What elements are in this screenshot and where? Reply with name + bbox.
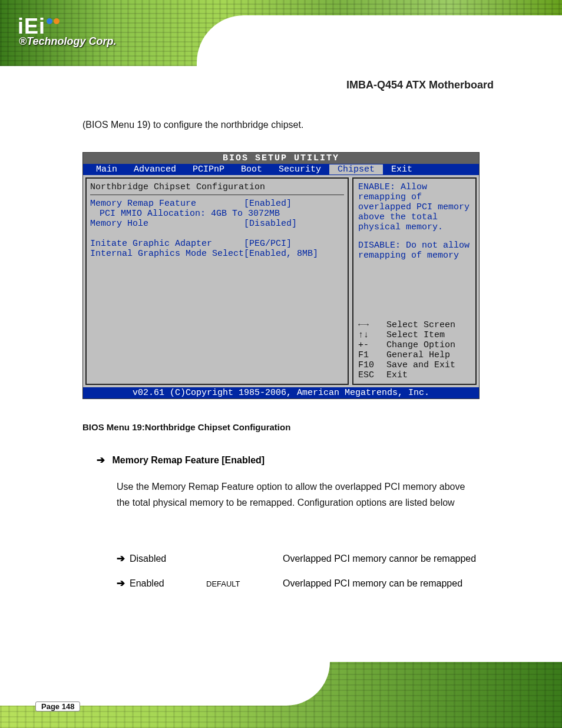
bios-tab-chipset: Chipset (329, 164, 383, 174)
bios-tab-boot: Boot (233, 164, 270, 174)
bios-tab-advanced: Advanced (125, 164, 184, 174)
bios-sub-pci-mmio: PCI MMIO Allocation: 4GB To 3072MB (100, 209, 344, 219)
arrow-right-icon: ➔ (97, 454, 105, 466)
option-item-disabled: ➔ Disabled Overlapped PCI memory cannor … (117, 551, 476, 566)
bios-value: [Enabled] (244, 199, 344, 209)
option-description: Use the Memory Remap Feature option to a… (117, 479, 470, 510)
bios-row-memory-remap: Memory Remap Feature [Enabled] (90, 199, 344, 209)
option-heading: ➔ Memory Remap Feature [Enabled] (97, 454, 265, 466)
dot-icon-blue (47, 18, 52, 24)
bios-value: [Disabled] (244, 219, 344, 229)
intro-text: (BIOS Menu 19) to configure the northbri… (82, 120, 303, 130)
option-values-list: ➔ Disabled Overlapped PCI memory cannor … (117, 551, 476, 600)
bios-footer: v02.61 (C)Copyright 1985-2006, American … (83, 387, 479, 398)
option-item-enabled: ➔ Enabled DEFAULT Overlapped PCI memory … (117, 576, 476, 591)
bios-label: Internal Graphics Mode Select (90, 249, 244, 259)
bios-label: Initate Graphic Adapter (90, 239, 244, 249)
figure-caption: BIOS Menu 19:Northbridge Chipset Configu… (82, 422, 290, 432)
bios-right-panel: ENABLE: Allow remapping of overlapped PC… (352, 177, 477, 385)
bios-help-disable: DISABLE: Do not allow remapping of memor… (358, 241, 471, 261)
page-number: Page 148 (35, 701, 80, 711)
option-value-label: Disabled (130, 554, 206, 564)
option-value-label: Enabled (130, 578, 206, 589)
option-desc: Overlapped PCI memory can be remapped (283, 576, 476, 591)
bios-value: [PEG/PCI] (244, 239, 344, 249)
bios-screenshot: BIOS SETUP UTILITY Main Advanced PCIPnP … (82, 152, 480, 399)
bios-tab-exit: Exit (383, 164, 421, 174)
dot-icon-orange (54, 18, 59, 24)
bios-title: BIOS SETUP UTILITY (83, 153, 479, 164)
product-title: IMBA-Q454 ATX Motherboard (346, 79, 494, 91)
bios-tab-main: Main (88, 164, 125, 174)
logo-sub-text: ®Technology Corp. (19, 35, 117, 48)
arrow-right-icon: ➔ (117, 552, 125, 565)
bios-label: Memory Hole (90, 219, 244, 229)
bios-left-panel: Northbridge Chipset Configuration Memory… (85, 177, 349, 385)
option-default-label: DEFAULT (206, 579, 283, 588)
option-desc: Overlapped PCI memory cannor be remapped (283, 551, 476, 566)
bios-row-memory-hole: Memory Hole [Disabled] (90, 219, 344, 229)
bios-label: Memory Remap Feature (90, 199, 244, 209)
bios-value: [Enabled, 8MB] (244, 249, 344, 259)
bios-tab-pcipnp: PCIPnP (184, 164, 233, 174)
bios-row-internal-graphics: Internal Graphics Mode Select [Enabled, … (90, 249, 344, 259)
bios-nav-help: ←→Select Screen ↑↓Select Item +-Change O… (358, 320, 471, 380)
bios-row-graphic-adapter: Initate Graphic Adapter [PEG/PCI] (90, 239, 344, 249)
bios-section-heading: Northbridge Chipset Configuration (90, 181, 344, 195)
bios-help-enable: ENABLE: Allow remapping of overlapped PC… (358, 182, 471, 232)
logo: iEi ®Technology Corp. (18, 14, 117, 48)
bios-tab-security: Security (270, 164, 329, 174)
footer-banner (0, 662, 562, 728)
header-banner: iEi ®Technology Corp. (0, 0, 562, 66)
bios-tabs: Main Advanced PCIPnP Boot Security Chips… (83, 164, 479, 175)
option-title: Memory Remap Feature [Enabled] (112, 455, 265, 465)
arrow-right-icon: ➔ (117, 577, 125, 589)
